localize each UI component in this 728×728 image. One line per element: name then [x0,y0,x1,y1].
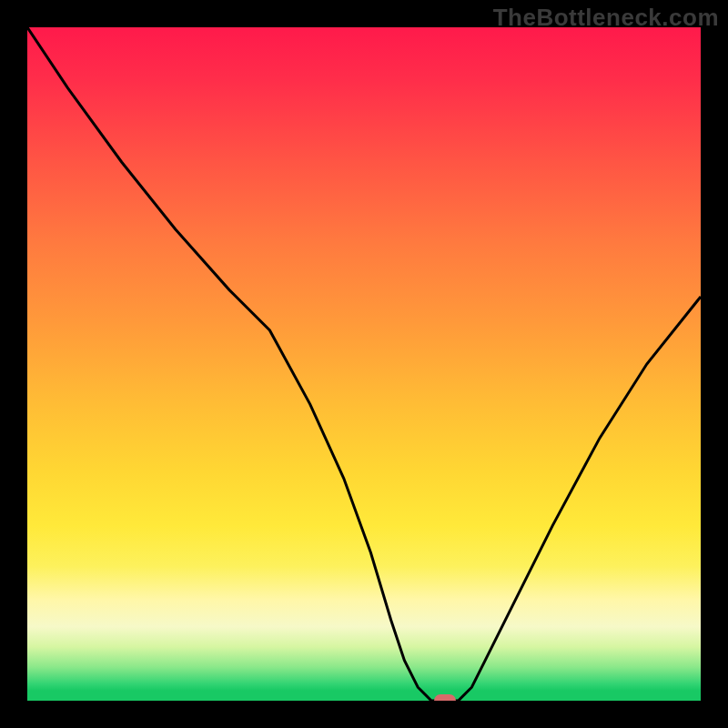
curve-path [27,27,701,701]
bottleneck-curve [27,27,701,701]
optimal-point-marker [434,694,456,701]
chart-frame: TheBottleneck.com [0,0,728,728]
plot-area [27,27,701,701]
